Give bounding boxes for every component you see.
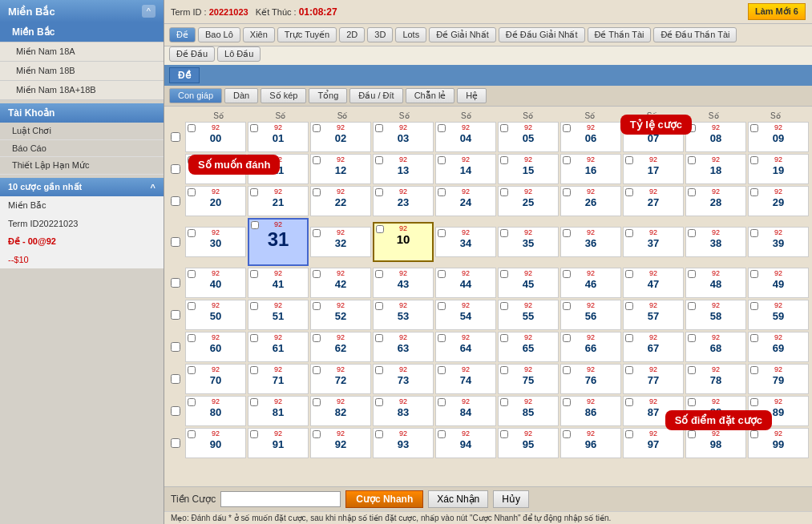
cell-checkbox-44[interactable] — [438, 270, 446, 278]
number-cell-81[interactable]: 9281 — [248, 396, 309, 426]
cell-checkbox-99[interactable] — [750, 430, 758, 438]
cell-checkbox-27[interactable] — [625, 188, 633, 196]
cell-checkbox-53[interactable] — [375, 302, 383, 310]
number-cell-35[interactable]: 9235 — [498, 227, 559, 257]
row-checkbox-input-30[interactable] — [171, 237, 180, 247]
xac-nhan-button[interactable]: Xác Nhận — [428, 490, 488, 508]
game-tab-4[interactable]: 2D — [339, 27, 365, 42]
cell-checkbox-36[interactable] — [563, 229, 571, 237]
number-cell-16[interactable]: 9216 — [560, 154, 621, 184]
cell-checkbox-88[interactable] — [688, 398, 696, 406]
bet-type-tab-2[interactable]: Số kép — [261, 88, 306, 103]
cell-checkbox-48[interactable] — [688, 270, 696, 278]
number-cell-42[interactable]: 9242 — [310, 268, 371, 298]
cell-checkbox-04[interactable] — [438, 124, 446, 132]
row-checkbox-40[interactable] — [168, 278, 184, 288]
cell-checkbox-78[interactable] — [688, 366, 696, 374]
row-checkbox-80[interactable] — [168, 406, 184, 416]
cell-checkbox-73[interactable] — [375, 366, 383, 374]
number-cell-22[interactable]: 9222 — [310, 186, 371, 216]
cell-checkbox-37[interactable] — [625, 229, 633, 237]
cell-checkbox-63[interactable] — [375, 334, 383, 342]
number-cell-45[interactable]: 9245 — [498, 268, 559, 298]
row-checkbox-input-50[interactable] — [171, 310, 180, 320]
number-cell-40[interactable]: 9240 — [185, 268, 246, 298]
cell-checkbox-57[interactable] — [625, 302, 633, 310]
bet-type-tab-3[interactable]: Tổng — [309, 88, 347, 103]
game-tab-7[interactable]: Đề Giải Nhất — [429, 27, 496, 42]
number-cell-69[interactable]: 9269 — [748, 332, 809, 362]
cell-checkbox-96[interactable] — [563, 430, 571, 438]
cell-checkbox-65[interactable] — [500, 334, 508, 342]
number-cell-28[interactable]: 9228 — [685, 186, 746, 216]
cell-checkbox-49[interactable] — [750, 270, 758, 278]
number-cell-85[interactable]: 9285 — [498, 396, 559, 426]
cell-checkbox-42[interactable] — [313, 270, 321, 278]
cell-checkbox-32[interactable] — [313, 229, 321, 237]
row-checkbox-input-90[interactable] — [171, 438, 180, 448]
row-checkbox-50[interactable] — [168, 310, 184, 320]
sidebar-item-mien-nam-18b[interactable]: Miền Nam 18B — [0, 62, 164, 81]
cell-checkbox-34[interactable] — [438, 229, 446, 237]
cell-checkbox-97[interactable] — [625, 430, 633, 438]
number-cell-90[interactable]: 9290 — [185, 428, 246, 458]
number-cell-86[interactable]: 9286 — [560, 396, 621, 426]
cell-checkbox-24[interactable] — [438, 188, 446, 196]
number-cell-82[interactable]: 9282 — [310, 396, 371, 426]
cell-checkbox-16[interactable] — [563, 156, 571, 164]
number-cell-30[interactable]: 9230 — [185, 227, 246, 257]
number-cell-23[interactable]: 9223 — [373, 186, 434, 216]
cell-checkbox-23[interactable] — [375, 188, 383, 196]
bet-type-tab-1[interactable]: Dàn — [224, 88, 258, 103]
cell-checkbox-54[interactable] — [438, 302, 446, 310]
number-cell-05[interactable]: 9205 — [498, 122, 559, 152]
cell-checkbox-69[interactable] — [750, 334, 758, 342]
cuoc-nhanh-button[interactable]: Cược Nhanh — [345, 490, 423, 508]
number-cell-08[interactable]: 9208 — [685, 122, 746, 152]
number-cell-58[interactable]: 9258 — [685, 300, 746, 330]
number-cell-34[interactable]: 9234 — [435, 227, 496, 257]
cell-checkbox-80[interactable] — [188, 398, 196, 406]
number-cell-20[interactable]: 9220 — [185, 186, 246, 216]
cell-checkbox-71[interactable] — [250, 366, 258, 374]
cell-checkbox-13[interactable] — [375, 156, 383, 164]
number-cell-33[interactable]: 92 — [373, 222, 434, 262]
number-cell-41[interactable]: 9241 — [248, 268, 309, 298]
number-cell-80[interactable]: 9280 — [185, 396, 246, 426]
number-cell-91[interactable]: 9291 — [248, 428, 309, 458]
cell-checkbox-56[interactable] — [563, 302, 571, 310]
number-cell-66[interactable]: 9266 — [560, 332, 621, 362]
cell-checkbox-59[interactable] — [750, 302, 758, 310]
row-checkbox-70[interactable] — [168, 374, 184, 384]
cell-input-33[interactable] — [378, 232, 429, 246]
bet-type-tab-6[interactable]: Hệ — [457, 88, 487, 103]
row-checkbox-input-40[interactable] — [171, 278, 180, 288]
game-tab-2[interactable]: Xiên — [243, 27, 275, 42]
number-cell-72[interactable]: 9272 — [310, 364, 371, 394]
number-cell-96[interactable]: 9296 — [560, 428, 621, 458]
cell-checkbox-72[interactable] — [313, 366, 321, 374]
number-cell-01[interactable]: 9201 — [248, 122, 309, 152]
row-checkbox-input-20[interactable] — [171, 196, 180, 206]
number-cell-83[interactable]: 9283 — [373, 396, 434, 426]
number-cell-60[interactable]: 9260 — [185, 332, 246, 362]
cell-checkbox-93[interactable] — [375, 430, 383, 438]
number-cell-76[interactable]: 9276 — [560, 364, 621, 394]
number-cell-47[interactable]: 9247 — [623, 268, 684, 298]
cell-checkbox-58[interactable] — [688, 302, 696, 310]
sidebar-link-luat-choi[interactable]: Luật Chơi — [0, 123, 164, 140]
cell-checkbox-64[interactable] — [438, 334, 446, 342]
number-cell-03[interactable]: 9203 — [373, 122, 434, 152]
cell-checkbox-28[interactable] — [688, 188, 696, 196]
cell-checkbox-10[interactable] — [188, 156, 196, 164]
number-cell-49[interactable]: 9249 — [748, 268, 809, 298]
number-cell-38[interactable]: 9238 — [685, 227, 746, 257]
number-cell-75[interactable]: 9275 — [498, 364, 559, 394]
number-cell-29[interactable]: 9229 — [748, 186, 809, 216]
number-cell-32[interactable]: 9232 — [310, 227, 371, 257]
sidebar-item-mien-nam-18ab[interactable]: Miền Nam 18A+18B — [0, 81, 164, 100]
number-cell-10[interactable]: 9210 — [185, 154, 246, 184]
row-checkbox-input-10[interactable] — [171, 164, 180, 174]
number-cell-88[interactable]: 9288 — [685, 396, 746, 426]
cell-checkbox-41[interactable] — [250, 270, 258, 278]
